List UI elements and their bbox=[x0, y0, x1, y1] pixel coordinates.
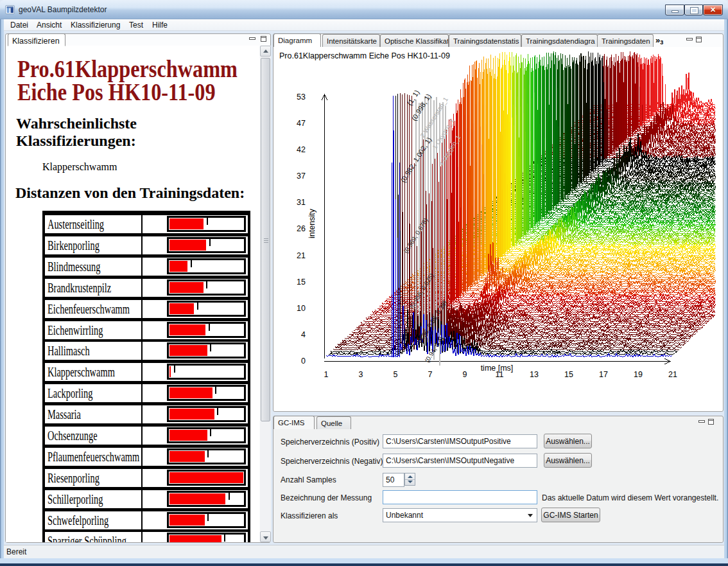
svg-text:15: 15 bbox=[564, 370, 573, 379]
svg-text:5: 5 bbox=[394, 370, 398, 379]
svg-text:13: 13 bbox=[530, 370, 539, 379]
svg-text:15: 15 bbox=[297, 278, 306, 287]
svg-text:53: 53 bbox=[297, 93, 306, 102]
svg-text:42: 42 bbox=[297, 145, 306, 154]
svg-text:Pro.61Klapperschwamm Eiche Pos: Pro.61Klapperschwamm Eiche Pos HK10-11-0… bbox=[279, 51, 450, 60]
svg-text:21: 21 bbox=[668, 370, 677, 379]
svg-text:9: 9 bbox=[463, 370, 467, 379]
svg-text:7: 7 bbox=[428, 370, 433, 379]
svg-text:26: 26 bbox=[297, 224, 306, 233]
svg-text:3: 3 bbox=[359, 370, 363, 379]
svg-text:19: 19 bbox=[634, 370, 643, 379]
svg-text:0: 0 bbox=[301, 357, 306, 366]
svg-text:4: 4 bbox=[301, 330, 306, 339]
svg-text:37: 37 bbox=[297, 172, 306, 181]
svg-text:intensity: intensity bbox=[308, 208, 316, 238]
svg-text:time [ms]: time [ms] bbox=[481, 364, 514, 373]
svg-text:1: 1 bbox=[324, 370, 329, 379]
svg-text:47: 47 bbox=[297, 119, 306, 128]
svg-text:10: 10 bbox=[297, 304, 306, 313]
svg-text:21: 21 bbox=[297, 251, 306, 260]
svg-text:31: 31 bbox=[297, 198, 306, 207]
svg-text:17: 17 bbox=[599, 370, 608, 379]
